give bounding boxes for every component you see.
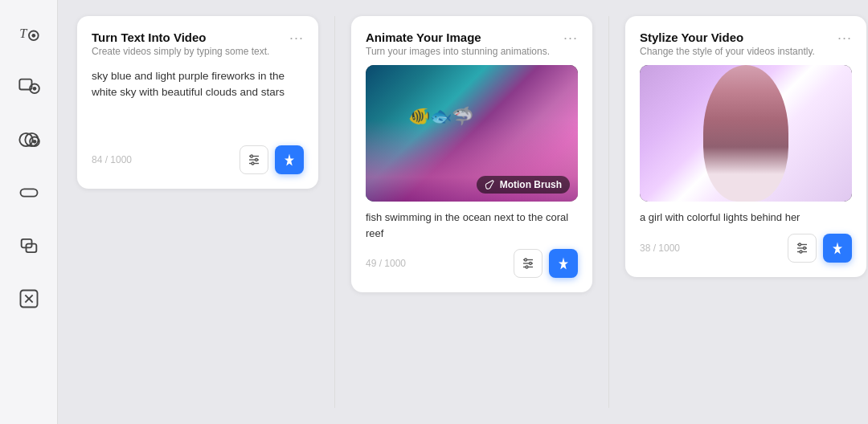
- settings-button-2[interactable]: [514, 249, 542, 278]
- svg-point-19: [251, 155, 253, 157]
- svg-rect-10: [20, 189, 37, 196]
- sidebar-item-layers[interactable]: [10, 226, 48, 265]
- footer-actions-3: [788, 234, 852, 263]
- svg-point-20: [256, 159, 258, 161]
- char-count-1: 84 / 1000: [92, 154, 132, 165]
- brush-icon: [485, 179, 496, 190]
- char-count-2: 49 / 1000: [366, 258, 406, 269]
- woman-portrait-image: [640, 65, 852, 202]
- divider-1: [334, 16, 335, 408]
- card-title-section-2: Animate Your Image Turn your images into…: [366, 31, 550, 57]
- card-header-1: Turn Text Into Video Create videos simpl…: [92, 31, 304, 57]
- text-to-video-icon: T: [18, 22, 40, 45]
- char-count-3: 38 / 1000: [640, 243, 680, 254]
- motion-brush-badge[interactable]: Motion Brush: [477, 176, 570, 194]
- card-menu-button-3[interactable]: ···: [837, 31, 852, 45]
- sparkle-icon-1: [282, 153, 297, 167]
- main-content: Turn Text Into Video Create videos simpl…: [58, 0, 868, 424]
- sliders-icon-1: [247, 153, 261, 167]
- sidebar-item-image-tools[interactable]: [10, 67, 48, 106]
- card-footer-2: 49 / 1000: [366, 249, 578, 278]
- card-title-1: Turn Text Into Video: [92, 31, 269, 44]
- sliders-icon-3: [795, 241, 809, 255]
- settings-button-1[interactable]: [240, 145, 268, 174]
- mask-icon: [18, 181, 40, 204]
- card-title-section: Turn Text Into Video Create videos simpl…: [92, 31, 269, 57]
- card-description-3: a girl with colorful lights behind her: [640, 210, 852, 226]
- svg-point-32: [804, 247, 806, 249]
- svg-point-26: [530, 263, 532, 265]
- generate-button-3[interactable]: [823, 234, 852, 263]
- card-subtitle-2: Turn your images into stunning animation…: [366, 46, 550, 57]
- svg-point-25: [525, 259, 527, 261]
- generate-button-2[interactable]: [549, 249, 578, 278]
- effects-icon: [18, 128, 40, 151]
- card-image-3: [640, 65, 852, 202]
- svg-point-2: [31, 34, 35, 38]
- card-footer-3: 38 / 1000: [640, 234, 852, 263]
- card-description-2: fish swimming in the ocean next to the c…: [366, 210, 578, 241]
- remove-bg-icon: [18, 287, 40, 310]
- card-title-2: Animate Your Image: [366, 31, 550, 44]
- card-subtitle-1: Create videos simply by typing some text…: [92, 46, 269, 57]
- footer-actions-2: [514, 249, 578, 278]
- sidebar: T: [0, 0, 58, 424]
- card-subtitle-3: Change the style of your videos instantl…: [640, 46, 815, 57]
- card-textarea-1[interactable]: sky blue and light purple fireworks in t…: [92, 65, 304, 137]
- card-header-2: Animate Your Image Turn your images into…: [366, 31, 578, 57]
- svg-point-31: [799, 243, 801, 246]
- image-tools-icon: [18, 75, 40, 98]
- layers-icon: [18, 234, 40, 257]
- sidebar-item-mask[interactable]: [10, 173, 48, 212]
- motion-brush-label: Motion Brush: [500, 179, 562, 190]
- generate-button-1[interactable]: [275, 145, 304, 174]
- svg-point-5: [32, 87, 36, 91]
- footer-actions-1: [240, 145, 304, 174]
- sidebar-item-remove-bg[interactable]: [10, 279, 48, 318]
- svg-text:T: T: [19, 26, 28, 41]
- svg-point-9: [32, 140, 36, 144]
- card-menu-button-1[interactable]: ···: [289, 31, 304, 45]
- text-to-video-card: Turn Text Into Video Create videos simpl…: [77, 16, 318, 189]
- settings-button-3[interactable]: [788, 234, 817, 263]
- svg-point-33: [800, 251, 802, 253]
- svg-point-21: [252, 162, 254, 165]
- stylize-video-card: Stylize Your Video Change the style of y…: [625, 16, 866, 277]
- card-menu-button-2[interactable]: ···: [563, 31, 578, 45]
- svg-point-27: [526, 266, 528, 268]
- divider-2: [608, 16, 609, 408]
- card-image-2: Motion Brush: [366, 65, 578, 202]
- card-header-3: Stylize Your Video Change the style of y…: [640, 31, 852, 57]
- card-title-3: Stylize Your Video: [640, 31, 815, 44]
- card-footer-1: 84 / 1000: [92, 145, 304, 174]
- card-title-section-3: Stylize Your Video Change the style of y…: [640, 31, 815, 57]
- sparkle-icon-2: [556, 256, 571, 271]
- animate-image-card: Animate Your Image Turn your images into…: [351, 16, 592, 292]
- sliders-icon-2: [521, 256, 535, 271]
- sparkle-icon-3: [830, 241, 845, 255]
- sidebar-item-effects[interactable]: [10, 120, 48, 159]
- sidebar-item-text-to-video[interactable]: T: [10, 14, 48, 53]
